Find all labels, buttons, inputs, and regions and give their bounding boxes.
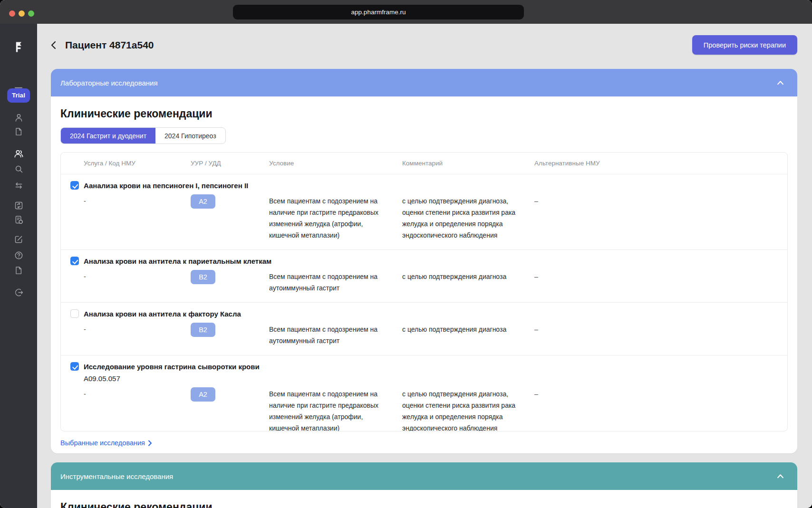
- patient-icon[interactable]: [12, 111, 25, 124]
- comment-cell: с целью подтверждения диагноза: [402, 324, 534, 335]
- comment-cell: с целью подтверждения диагноза, оценки с…: [402, 388, 534, 431]
- table-row: Исследование уровня гастрина сыворотки к…: [61, 355, 787, 431]
- study-code: A09.05.057: [84, 374, 787, 383]
- table-row: Анализа крови на антитела к фактору Касл…: [61, 303, 787, 355]
- logout-icon[interactable]: [12, 286, 25, 298]
- selected-studies-label: Выбранные исследования: [60, 439, 145, 447]
- check-therapy-risks-button[interactable]: Проверить риски терапии: [692, 35, 797, 55]
- study-name: Анализа крови на антитела к фактору Касл…: [84, 310, 241, 318]
- study-name: Анализа крови на антитела к париетальным…: [84, 257, 271, 265]
- lab-section-header[interactable]: Лабораторные исследования: [51, 69, 797, 96]
- pharmframe-logo[interactable]: [12, 41, 25, 53]
- row-checkbox[interactable]: [70, 309, 79, 318]
- browser-titlebar: app.pharmframe.ru: [0, 0, 812, 24]
- service-cell: -: [84, 388, 191, 400]
- col-comment: Комментарий: [402, 160, 534, 167]
- chevron-right-icon: [148, 440, 152, 446]
- zoom-window-button[interactable]: [28, 10, 34, 17]
- service-cell: -: [84, 324, 191, 335]
- recommendation-tabs: 2024 Гастрит и дуоденит 2024 Гипотиреоз: [60, 127, 226, 144]
- close-window-button[interactable]: [9, 10, 15, 17]
- clinical-recommendations-card: Клинические рекомендации 2024 Гастрит и …: [51, 96, 797, 453]
- address-bar[interactable]: app.pharmframe.ru: [233, 5, 524, 19]
- chevron-up-icon[interactable]: [776, 79, 784, 87]
- trial-badge: Trial: [7, 88, 30, 103]
- tab-hypothyroidism[interactable]: 2024 Гипотиреоз: [155, 128, 225, 144]
- comment-cell: с целью подтверждения диагноза, оценки с…: [402, 195, 534, 241]
- table-row: Аанализа крови на пепсиноген I, пепсиног…: [61, 174, 787, 250]
- search-icon[interactable]: [12, 163, 25, 175]
- condition-cell: Всем пациентам с подозрением на аутоимму…: [269, 324, 402, 346]
- alternatives-cell: –: [534, 195, 787, 207]
- row-checkbox[interactable]: [70, 257, 79, 265]
- back-button[interactable]: [51, 39, 60, 51]
- card-title: Клинические рекомендации: [60, 500, 788, 508]
- col-alternatives: Альтернативные НМУ: [534, 160, 787, 167]
- study-name: Исследование уровня гастрина сыворотки к…: [84, 363, 260, 371]
- comment-cell: с целью подтверждения диагноза: [402, 271, 534, 282]
- tab-gastritis[interactable]: 2024 Гастрит и дуоденит: [61, 128, 155, 144]
- uur-badge: A2: [191, 387, 215, 402]
- page-title: Пациент 4871a540: [65, 39, 154, 51]
- service-cell: -: [84, 271, 191, 282]
- report-icon[interactable]: [12, 213, 25, 226]
- document-icon[interactable]: [12, 125, 25, 138]
- condition-cell: Всем пациентам с подозрением на аутоимму…: [269, 271, 402, 294]
- main-content: Пациент 4871a540 Проверить риски терапии…: [37, 24, 812, 508]
- file-icon[interactable]: [12, 264, 25, 277]
- app-sidebar: Trial: [0, 24, 37, 508]
- recommendations-table: Услуга / Код НМУ УУР / УДД Условие Комме…: [60, 152, 788, 431]
- lab-section-title: Лабораторные исследования: [60, 79, 158, 87]
- card-title: Клинические рекомендации: [60, 107, 788, 120]
- patients-icon[interactable]: [12, 147, 25, 159]
- instrumental-section-header[interactable]: Инструментальные исследования: [51, 462, 797, 490]
- condition-cell: Всем пациентам с подозрением на наличие …: [269, 195, 402, 241]
- browser-window: app.pharmframe.ru Trial: [0, 0, 812, 508]
- instrumental-card: Клинические рекомендации: [51, 490, 797, 508]
- table-header-row: Услуга / Код НМУ УУР / УДД Условие Комме…: [61, 153, 787, 174]
- selected-studies-link[interactable]: Выбранные исследования: [60, 439, 152, 447]
- uur-badge: B2: [191, 270, 215, 284]
- transfer-icon[interactable]: [12, 179, 25, 192]
- instrumental-section-title: Инструментальные исследования: [60, 472, 173, 480]
- chevron-up-icon[interactable]: [776, 472, 784, 480]
- col-service: Услуга / Код НМУ: [84, 160, 191, 167]
- col-uur: УУР / УДД: [191, 160, 269, 167]
- uur-badge: B2: [191, 323, 215, 337]
- sync-icon[interactable]: [12, 199, 25, 211]
- edit-icon[interactable]: [12, 233, 25, 245]
- row-checkbox[interactable]: [70, 362, 79, 371]
- alternatives-cell: –: [534, 271, 787, 282]
- service-cell: -: [84, 195, 191, 207]
- row-checkbox[interactable]: [70, 181, 79, 190]
- minimize-window-button[interactable]: [19, 10, 25, 17]
- alternatives-cell: –: [534, 388, 787, 400]
- table-row: Анализа крови на антитела к париетальным…: [61, 250, 787, 303]
- col-condition: Условие: [269, 160, 402, 167]
- study-name: Аанализа крови на пепсиноген I, пепсиног…: [84, 182, 248, 190]
- uur-badge: A2: [191, 194, 215, 209]
- condition-cell: Всем пациентам с подозрением на наличие …: [269, 388, 402, 431]
- alternatives-cell: –: [534, 324, 787, 335]
- page-header: Пациент 4871a540 Проверить риски терапии: [51, 34, 797, 56]
- help-icon[interactable]: [12, 249, 25, 261]
